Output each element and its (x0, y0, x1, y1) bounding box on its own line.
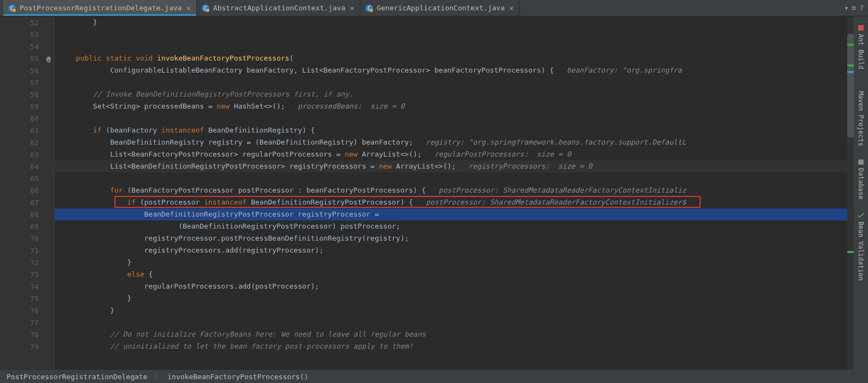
close-icon[interactable]: × (185, 4, 191, 13)
gutter: 52 53 54 55 56 57 58 59 60 61 62 63 64 6… (0, 16, 55, 370)
gutter-line[interactable]: 65 (0, 172, 54, 184)
chevron-down-icon[interactable]: ▾ (845, 4, 849, 12)
code-line (55, 172, 868, 184)
code-line: } (55, 256, 868, 268)
code-line: Set<String> processedBeans = new HashSet… (55, 100, 868, 112)
check-icon (857, 212, 865, 219)
gutter-line[interactable]: 58 (0, 88, 54, 100)
svg-rect-9 (858, 25, 864, 31)
gutter-line[interactable]: 52 (0, 16, 54, 28)
tab-label: AbstractApplicationContext.java (213, 4, 346, 12)
gutter-line[interactable]: 60 (0, 112, 54, 124)
code-line (55, 316, 868, 328)
code-line: else { (55, 268, 868, 280)
gutter-line[interactable]: 75 (0, 292, 54, 304)
editor-scrollbar[interactable] (847, 16, 854, 370)
breadcrumb-bar: PostProcessorRegistrationDelegate 〉 invo… (0, 370, 868, 383)
svg-point-8 (370, 9, 373, 12)
java-file-icon: C (201, 4, 210, 13)
maven-icon: m (857, 81, 865, 89)
marker-stripe[interactable] (847, 71, 854, 73)
right-tool-panel: Ant Build m Maven Projects Database Bean… (854, 16, 868, 370)
list-icon[interactable]: ≡ (852, 4, 856, 12)
marker-stripe[interactable] (847, 44, 854, 46)
tool-database[interactable]: Database (857, 158, 865, 200)
breadcrumb-method[interactable]: invokeBeanFactoryPostProcessors() (167, 373, 308, 381)
marker-stripe[interactable] (847, 251, 854, 253)
gutter-line[interactable]: 76 (0, 304, 54, 316)
code-line: public static void invokeBeanFactoryPost… (55, 52, 868, 64)
code-line (55, 28, 868, 40)
marker-stripe[interactable] (847, 64, 854, 67)
code-line: } (55, 16, 868, 28)
gutter-line[interactable]: 62 (0, 136, 54, 148)
chevron-right-icon: 〉 (154, 372, 161, 381)
breadcrumb-class[interactable]: PostProcessorRegistrationDelegate (7, 373, 147, 381)
code-line: (BeanDefinitionRegistryPostProcessor) po… (55, 220, 868, 232)
code-line: } (55, 304, 868, 316)
code-line: ConfigurableListableBeanFactory beanFact… (55, 64, 868, 76)
gutter-line[interactable]: 79 (0, 340, 54, 352)
editor-area: 52 53 54 55 56 57 58 59 60 61 62 63 64 6… (0, 16, 868, 370)
tool-maven[interactable]: m Maven Projects (857, 81, 865, 146)
tool-ant-build[interactable]: Ant Build (857, 24, 865, 69)
close-icon[interactable]: × (349, 4, 355, 13)
tabs-toolbar: ▾ ≡ 7 (845, 4, 868, 12)
code-line: // Invoke BeanDefinitionRegistryPostProc… (55, 88, 868, 100)
tab-abstract-context[interactable]: C AbstractApplicationContext.java × (197, 0, 360, 16)
gutter-line[interactable]: 55 (0, 52, 54, 64)
database-icon (857, 158, 865, 166)
code-line (55, 112, 868, 124)
code-line: // uninitialized to let the bean factory… (55, 340, 868, 352)
close-icon[interactable]: × (508, 4, 515, 13)
gutter-line[interactable]: 54 (0, 40, 54, 52)
editor-tabs-bar: C PostProcessorRegistrationDelegate.java… (0, 0, 868, 16)
gutter-line[interactable]: 69 (0, 220, 54, 232)
gutter-line[interactable]: 57 (0, 76, 54, 88)
tab-label: GenericApplicationContext.java (377, 4, 505, 12)
tab-generic-context[interactable]: C GenericApplicationContext.java × (360, 0, 520, 16)
gutter-line[interactable]: 67 (0, 196, 54, 208)
tabs-count: 7 (859, 4, 864, 12)
gutter-line[interactable]: 61 (0, 124, 54, 136)
gutter-line[interactable]: 71 (0, 244, 54, 256)
gutter-line[interactable]: 59 (0, 100, 54, 112)
gutter-line[interactable]: 66 (0, 184, 54, 196)
code-line: for (BeanFactoryPostProcessor postProces… (55, 184, 868, 196)
code-line: regularPostProcessors.add(postProcessor)… (55, 280, 868, 292)
code-line: if (beanFactory instanceof BeanDefinitio… (55, 124, 868, 136)
code-line: BeanDefinitionRegistry registry = (BeanD… (55, 136, 868, 148)
ant-icon (857, 24, 865, 32)
gutter-line[interactable]: 64 (0, 160, 54, 172)
gutter-line[interactable]: 63 (0, 148, 54, 160)
gutter-line[interactable]: 74 (0, 280, 54, 292)
svg-point-2 (13, 9, 16, 12)
tab-label: PostProcessorRegistrationDelegate.java (20, 4, 182, 12)
code-line: if (postProcessor instanceof BeanDefinit… (55, 196, 868, 208)
tool-bean-validation[interactable]: Bean Validation (857, 212, 865, 280)
code-line (55, 76, 868, 88)
tab-postprocessor[interactable]: C PostProcessorRegistrationDelegate.java… (3, 0, 197, 16)
code-line: } (55, 292, 868, 304)
gutter-line[interactable]: 68 (0, 208, 54, 220)
code-line: BeanDefinitionRegistryPostProcessor regi… (55, 208, 868, 220)
code-line: List<BeanDefinitionRegistryPostProcessor… (55, 160, 868, 172)
gutter-line[interactable]: 72 (0, 256, 54, 268)
gutter-line[interactable]: 78 (0, 328, 54, 340)
code-line: // Do not initialize FactoryBeans here: … (55, 328, 868, 340)
svg-text:m: m (857, 88, 862, 89)
gutter-line[interactable]: 70 (0, 232, 54, 244)
code-line: List<BeanFactoryPostProcessor> regularPo… (55, 148, 868, 160)
code-line: registryProcessor.postProcessBeanDefinit… (55, 232, 868, 244)
scrollbar-thumb[interactable] (847, 34, 854, 137)
gutter-line[interactable]: 56 (0, 64, 54, 76)
gutter-line[interactable]: 53 (0, 28, 54, 40)
java-file-icon: C (8, 4, 16, 13)
gutter-line[interactable]: 77 (0, 316, 54, 328)
code-line: registryProcessors.add(registryProcessor… (55, 244, 868, 256)
java-file-icon: C (365, 4, 373, 13)
code-editor[interactable]: } public static void invokeBeanFactoryPo… (55, 16, 868, 370)
svg-point-5 (206, 9, 209, 12)
code-line (55, 40, 868, 52)
gutter-line[interactable]: 73 (0, 268, 54, 280)
